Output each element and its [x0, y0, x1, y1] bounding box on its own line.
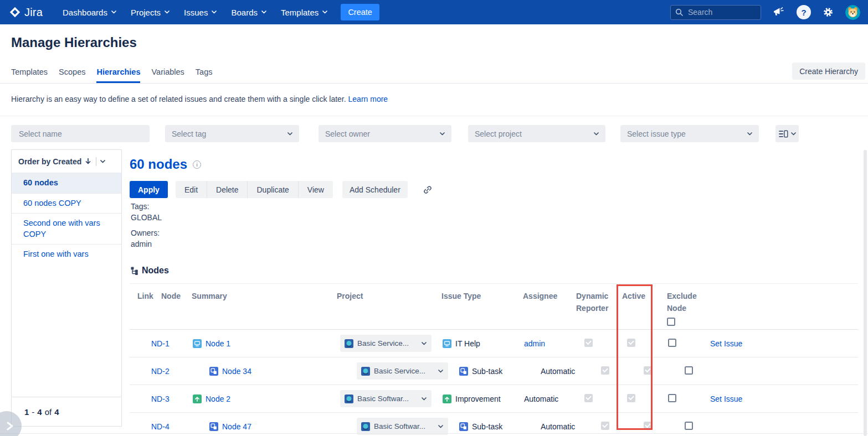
set-issue-link[interactable]: Set Issue: [710, 339, 742, 348]
exclude-node-cell: [682, 422, 727, 432]
link-icon[interactable]: [423, 185, 433, 195]
tab-templates[interactable]: Templates: [11, 68, 48, 83]
create-hierarchy-button[interactable]: Create Hierarchy: [792, 63, 865, 80]
filter-select-project[interactable]: Select project: [468, 125, 605, 142]
sidebar-item-60-nodes-copy[interactable]: 60 nodes COPY: [12, 193, 121, 214]
assignee-link[interactable]: admin: [524, 339, 545, 348]
hierarchy-list-panel: Order by Created 60 nodes60 nodes COPYSe…: [11, 149, 122, 397]
tab-tags[interactable]: Tags: [196, 68, 213, 83]
order-separator: [96, 157, 96, 166]
nav-item-boards[interactable]: Boards: [231, 8, 266, 17]
vertical-scrollbar[interactable]: [864, 150, 867, 436]
filter-bar: Select tagSelect ownerSelect projectSele…: [11, 125, 799, 142]
jira-logo[interactable]: Jira: [9, 6, 43, 19]
table-row: ND-4Node 47Basic Softwar...Sub-taskAutom…: [130, 413, 858, 436]
project-dropdown[interactable]: Basic Service...: [340, 335, 432, 352]
megaphone-icon[interactable]: [773, 7, 785, 18]
select-name-field[interactable]: [11, 125, 150, 142]
improvement-icon: [193, 395, 202, 403]
tabbar-divider: [0, 83, 868, 84]
exclude-node-checkbox[interactable]: [668, 394, 676, 402]
summary-cell: Node 34: [192, 367, 355, 376]
apply-button[interactable]: Apply: [130, 181, 168, 198]
tab-variables[interactable]: Variables: [151, 68, 184, 83]
col-header-label: Node: [161, 292, 181, 300]
issue-type-label: IT Help: [455, 339, 480, 348]
bottom-border: [0, 433, 868, 434]
sort-direction-icon[interactable]: [85, 158, 91, 165]
filter-select-issue-type[interactable]: Select issue type: [620, 125, 759, 142]
view-toggle-button[interactable]: [775, 125, 799, 142]
nav-item-templates[interactable]: Templates: [281, 8, 327, 17]
nav-item-dashboards[interactable]: Dashboards: [63, 8, 116, 17]
delete-button[interactable]: Delete: [207, 181, 247, 198]
info-icon[interactable]: [193, 160, 201, 169]
exclude-node-checkbox[interactable]: [685, 422, 693, 430]
sidebar-item-60-nodes[interactable]: 60 nodes: [12, 173, 121, 193]
help-icon[interactable]: [797, 5, 811, 19]
dynamic-reporter-cell: [577, 394, 623, 404]
table-row: ND-3Node 2Basic Softwar...ImprovementAut…: [130, 385, 858, 413]
hierarchy-meta: Tags: GLOBAL Owners: admin: [131, 201, 162, 250]
exclude-node-checkbox[interactable]: [668, 339, 676, 347]
chevron-down-icon: [594, 132, 599, 136]
node-summary-link[interactable]: Node 34: [222, 367, 251, 376]
duplicate-button[interactable]: Duplicate: [247, 181, 297, 198]
table-row: ND-2Node 34Basic Service...Sub-taskAutom…: [130, 357, 858, 385]
settings-icon[interactable]: [823, 7, 834, 18]
nav-item-projects[interactable]: Projects: [131, 8, 170, 17]
nav-item-label: Boards: [231, 8, 258, 17]
add-scheduler-button[interactable]: Add Scheduler: [342, 181, 408, 198]
set-issue-link[interactable]: Set Issue: [710, 395, 742, 403]
user-avatar[interactable]: [845, 5, 860, 20]
node-key-link[interactable]: ND-3: [151, 395, 170, 403]
tags-label: Tags:: [131, 201, 162, 212]
node-key-link[interactable]: ND-1: [151, 339, 170, 348]
edit-button[interactable]: Edit: [176, 181, 207, 198]
exclude-node-checkbox[interactable]: [685, 366, 693, 375]
project-dropdown[interactable]: Basic Softwar...: [340, 390, 432, 407]
search-input[interactable]: [687, 7, 754, 17]
tab-hierarchies[interactable]: Hierarchies: [96, 68, 140, 83]
search-box[interactable]: [670, 5, 761, 20]
active-checkbox: [627, 339, 635, 347]
order-chevron-icon[interactable]: [100, 160, 105, 163]
action-bar: Apply EditDeleteDuplicateView Add Schedu…: [130, 181, 433, 198]
active-cell: [640, 366, 682, 376]
tab-scopes[interactable]: Scopes: [59, 68, 85, 83]
project-dropdown[interactable]: Basic Service...: [357, 362, 448, 380]
chevron-down-icon: [791, 132, 796, 136]
project-cell: Basic Service...: [355, 362, 459, 380]
chevron-down-icon: [111, 11, 116, 14]
node-summary-link[interactable]: Node 1: [206, 339, 230, 348]
tabs: TemplatesScopesHierarchiesVariablesTags: [11, 68, 212, 83]
sidebar-item-second-one-with-vars-copy[interactable]: Second one with vars COPY: [12, 213, 121, 244]
learn-more-link[interactable]: Learn more: [348, 95, 388, 103]
project-dropdown[interactable]: Basic Softwar...: [357, 418, 448, 435]
project-cell: Basic Softwar...: [355, 418, 459, 435]
select-name-input[interactable]: [18, 129, 143, 139]
nav-item-issues[interactable]: Issues: [184, 8, 217, 17]
node-summary-link[interactable]: Node 2: [206, 395, 230, 403]
sidebar-item-first-one-with-vars[interactable]: First one with vars: [12, 244, 121, 264]
pagination-of: of: [45, 407, 52, 417]
summary-cell: Node 1: [192, 339, 338, 348]
create-button[interactable]: Create: [341, 4, 379, 20]
node-summary-link[interactable]: Node 47: [222, 422, 251, 431]
chevron-down-icon: [747, 132, 752, 136]
filter-select-tag[interactable]: Select tag: [165, 125, 299, 142]
pagination-start: 1: [24, 407, 29, 417]
view-button[interactable]: View: [298, 181, 333, 198]
issue-type-label: Sub-task: [472, 367, 502, 376]
filter-select-owner[interactable]: Select owner: [319, 125, 451, 142]
nav-item-label: Issues: [184, 8, 208, 17]
exclude-all-checkbox[interactable]: [667, 318, 675, 326]
node-key-link[interactable]: ND-4: [151, 422, 170, 431]
chevron-down-icon: [322, 11, 327, 14]
order-by-control[interactable]: Order by Created: [12, 150, 121, 173]
node-key-link[interactable]: ND-2: [151, 367, 170, 376]
node-cell: ND-2: [151, 367, 192, 376]
col-header-label: Project: [337, 292, 363, 300]
owners-label: Owners:: [131, 228, 162, 239]
assignee-label: Automatic: [524, 395, 558, 403]
